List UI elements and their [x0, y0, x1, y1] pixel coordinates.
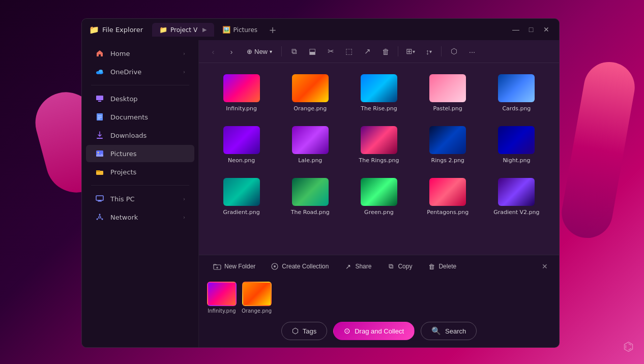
svg-rect-8: [98, 118, 100, 119]
sidebar-item-projects[interactable]: Projects: [86, 163, 194, 180]
file-explorer-window: 📁 File Explorer 📁 Project V ▶ 🖼️ Picture…: [81, 18, 560, 348]
file-item-night[interactable]: Night.png: [484, 123, 549, 167]
share-button[interactable]: ↗: [359, 43, 375, 59]
file-item-rise[interactable]: The Rise.png: [346, 71, 411, 115]
file-item-neon[interactable]: Neon.png: [209, 123, 274, 167]
svg-rect-9: [97, 138, 103, 139]
file-item-orange[interactable]: Orange.png: [278, 71, 342, 115]
file-thumb-road: [292, 178, 329, 206]
share-action-button[interactable]: ↗ Share: [338, 259, 377, 274]
create-collection-button[interactable]: Create Collection: [265, 259, 335, 274]
forward-button[interactable]: ›: [223, 43, 240, 59]
close-button[interactable]: ✕: [540, 23, 553, 36]
search-button[interactable]: 🔍 Search: [421, 322, 477, 340]
sidebar-item-downloads[interactable]: Downloads: [86, 127, 194, 144]
file-item-gradient-v2[interactable]: Gradient V2.png: [484, 175, 549, 219]
paste2-button[interactable]: ⬚: [341, 43, 357, 59]
sidebar-item-network[interactable]: Network ›: [86, 208, 194, 226]
new-folder-label: New Folder: [224, 263, 255, 270]
file-area: ‹ › ⊕ New ▾ ⧉ ⬓ ✂ ⬚ ↗ 🗑 ⊞ ▾: [199, 40, 559, 347]
bottom-panel: New Folder Create Collection ↗: [199, 255, 559, 347]
tags-button[interactable]: ⬡ Tags: [281, 322, 327, 340]
tabs-area: 📁 Project V ▶ 🖼️ Pictures +: [150, 22, 503, 37]
sidebar-divider-2: [91, 185, 189, 186]
selected-files-area: Infinity.png Orange.png: [199, 278, 559, 318]
copy-button[interactable]: ⧉: [286, 43, 302, 59]
sidebar-item-this-pc[interactable]: This PC ›: [86, 190, 194, 207]
file-item-rings2[interactable]: Rings 2.png: [416, 123, 480, 167]
selected-file-infinity-sel[interactable]: Infinity.png: [207, 282, 237, 314]
minimize-button[interactable]: —: [509, 23, 522, 36]
file-name-pentagons: Pentagons.png: [427, 209, 469, 216]
toolbar-sep-1: [281, 46, 282, 56]
cut-button[interactable]: ✂: [323, 43, 339, 59]
sidebar-item-pictures[interactable]: Pictures: [86, 145, 194, 162]
selected-name-infinity-sel: Infinity.png: [208, 308, 236, 314]
file-name-infinity: Infinity.png: [226, 105, 257, 112]
sidebar-item-documents[interactable]: Documents: [86, 108, 194, 126]
selected-name-orange-sel: Orange.png: [242, 308, 272, 314]
delete-button[interactable]: 🗑: [377, 43, 394, 59]
onedrive-chevron-icon: ›: [183, 69, 185, 75]
file-item-lale[interactable]: Lale.png: [278, 123, 342, 167]
maximize-button[interactable]: □: [524, 23, 538, 36]
paste-button[interactable]: ⬓: [304, 43, 320, 59]
file-name-neon: Neon.png: [228, 157, 255, 164]
selected-thumb-orange-sel: [242, 282, 272, 306]
sort-button[interactable]: ↕ ▾: [421, 43, 437, 59]
file-item-road[interactable]: The Road.png: [278, 175, 342, 219]
tag-button[interactable]: ⬡: [446, 43, 462, 59]
action-bar: ⬡ Tags ⊙ Drag and Collect 🔍 Search: [199, 318, 559, 347]
toolbar-sep-2: [398, 46, 398, 56]
sidebar-projects-label: Projects: [110, 168, 136, 176]
file-item-pentagons[interactable]: Pentagons.png: [416, 175, 480, 219]
sidebar-pictures-label: Pictures: [110, 150, 136, 158]
app-logo: ⌬: [623, 340, 634, 354]
tags-label: Tags: [303, 327, 316, 335]
sidebar: Home › OneDrive ›: [82, 40, 199, 347]
file-item-pastel[interactable]: Pastel.png: [416, 71, 480, 115]
svg-rect-7: [98, 117, 102, 118]
file-name-road: The Road.png: [291, 209, 330, 216]
svg-rect-4: [98, 101, 101, 102]
new-chevron-icon: ▾: [270, 49, 272, 54]
tab-pictures[interactable]: 🖼️ Pictures: [215, 23, 265, 37]
file-name-rings: The Rings.png: [359, 157, 399, 164]
file-item-green[interactable]: Green.png: [346, 175, 411, 219]
this-pc-icon: [95, 194, 104, 203]
downloads-icon: [95, 131, 104, 140]
file-thumb-infinity: [223, 74, 260, 102]
svg-rect-6: [98, 115, 102, 116]
sidebar-item-desktop[interactable]: Desktop: [86, 90, 194, 107]
file-item-cards[interactable]: Cards.png: [484, 71, 549, 115]
sidebar-item-home[interactable]: Home ›: [86, 45, 194, 62]
main-area: Home › OneDrive ›: [82, 40, 559, 347]
documents-icon: [95, 112, 104, 122]
tab-project-v[interactable]: 📁 Project V ▶: [152, 23, 214, 37]
svg-point-19: [102, 219, 103, 220]
new-folder-button[interactable]: New Folder: [207, 259, 261, 274]
drag-collect-icon: ⊙: [344, 326, 350, 336]
copy-action-button[interactable]: ⧉ Copy: [380, 259, 418, 274]
create-collection-label: Create Collection: [282, 263, 329, 270]
tab-pictures-label: Pictures: [233, 26, 258, 34]
file-item-rings[interactable]: The Rings.png: [346, 123, 411, 167]
sidebar-home-label: Home: [110, 50, 130, 57]
delete-action-icon: 🗑: [427, 262, 435, 270]
bottom-close-button[interactable]: ✕: [539, 260, 551, 272]
new-folder-icon: [213, 262, 221, 270]
delete-action-button[interactable]: 🗑 Delete: [421, 259, 462, 274]
new-button[interactable]: ⊕ New ▾: [242, 43, 277, 59]
sidebar-item-onedrive[interactable]: OneDrive ›: [86, 63, 194, 80]
share-label: Share: [355, 263, 371, 270]
view-button[interactable]: ⊞ ▾: [402, 43, 419, 59]
tab-add-button[interactable]: +: [266, 22, 280, 37]
drag-collect-button[interactable]: ⊙ Drag and Collect: [333, 322, 415, 340]
svg-rect-16: [99, 200, 101, 201]
more-button[interactable]: ···: [464, 43, 480, 59]
file-item-infinity[interactable]: Infinity.png: [209, 71, 274, 115]
file-item-gradient[interactable]: Gradient.png: [209, 175, 274, 219]
file-name-night: Night.png: [503, 157, 530, 164]
selected-file-orange-sel[interactable]: Orange.png: [242, 282, 272, 314]
back-button[interactable]: ‹: [205, 43, 221, 59]
